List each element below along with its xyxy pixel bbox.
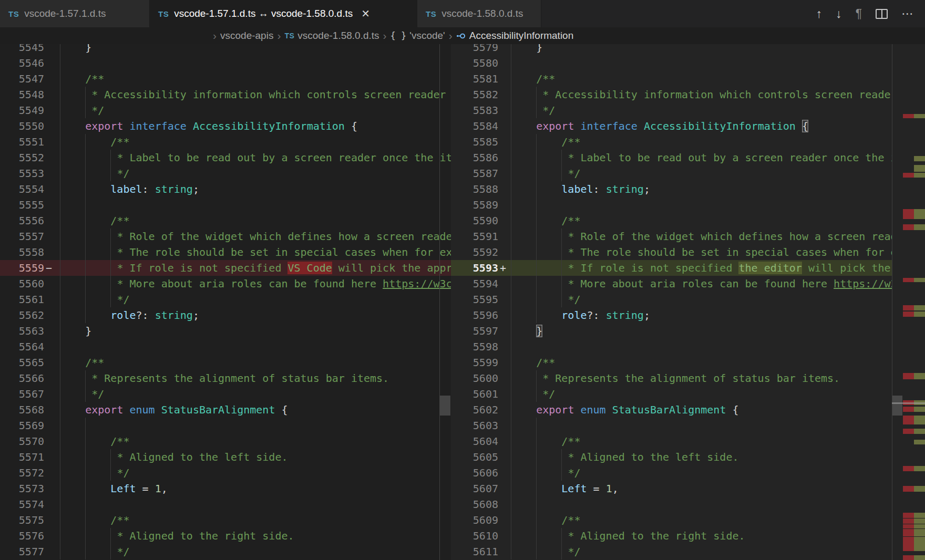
line-number[interactable]: 5552 bbox=[0, 150, 44, 165]
line-number[interactable]: 5571 bbox=[0, 449, 44, 465]
line-number[interactable]: 5589 bbox=[451, 197, 498, 213]
code-text[interactable]: */ bbox=[60, 544, 129, 559]
code-text[interactable]: * The role should be set in special case… bbox=[511, 244, 892, 260]
code-text[interactable]: * More about aria roles can be found her… bbox=[511, 276, 892, 292]
code-text[interactable]: /** bbox=[511, 213, 580, 229]
code-text[interactable]: label: string; bbox=[511, 181, 650, 197]
line-number[interactable]: 5608 bbox=[451, 496, 498, 512]
code-text[interactable]: * Represents the alignment of status bar… bbox=[60, 370, 389, 386]
code-text[interactable]: /** bbox=[511, 433, 580, 449]
code-text[interactable]: role?: string; bbox=[60, 307, 199, 323]
code-text[interactable]: * Accessibility information which contro… bbox=[60, 87, 451, 102]
code-text[interactable]: * Role of the widget which defines how a… bbox=[60, 229, 451, 244]
comment-link[interactable]: https://w3c.github.io/aria/#widget_roles bbox=[383, 277, 451, 290]
line-number[interactable]: 5600 bbox=[451, 370, 498, 386]
line-number[interactable]: 5583 bbox=[451, 102, 498, 118]
code-text[interactable]: /** bbox=[60, 213, 129, 229]
code-text[interactable]: */ bbox=[511, 465, 580, 481]
line-number[interactable]: 5597 bbox=[451, 323, 498, 339]
code-text[interactable]: label: string; bbox=[60, 181, 199, 197]
line-number[interactable]: 5576 bbox=[0, 528, 44, 544]
left-scrollbar-slider[interactable] bbox=[440, 396, 450, 416]
line-number[interactable]: 5609 bbox=[451, 512, 498, 528]
code-text[interactable]: */ bbox=[60, 292, 129, 307]
line-number[interactable]: 5555 bbox=[0, 197, 44, 213]
line-number[interactable]: 5601 bbox=[451, 386, 498, 402]
line-number[interactable]: 5605 bbox=[451, 449, 498, 465]
line-number[interactable]: 5562 bbox=[0, 307, 44, 323]
line-number[interactable]: 5595 bbox=[451, 292, 498, 307]
whitespace-toggle-button-icon[interactable]: ¶ bbox=[856, 7, 862, 21]
line-number[interactable]: 5560 bbox=[0, 276, 44, 292]
line-number[interactable]: 5592 bbox=[451, 244, 498, 260]
line-number[interactable]: 5556 bbox=[0, 213, 44, 229]
line-number[interactable]: 5546 bbox=[0, 55, 44, 71]
code-text[interactable]: Left = 1, bbox=[511, 481, 619, 496]
line-number[interactable]: 5577 bbox=[0, 544, 44, 559]
code-text[interactable]: */ bbox=[60, 165, 129, 181]
code-text[interactable]: * Aligned to the right side. bbox=[60, 528, 294, 544]
next-change-button-icon[interactable]: ↓ bbox=[836, 7, 842, 21]
comment-link[interactable]: https://w3c.github.io/aria/#widget_roles bbox=[834, 277, 892, 290]
breadcrumb-item-vscode-apis[interactable]: vscode-apis bbox=[220, 30, 273, 42]
line-number[interactable]: 5580 bbox=[451, 55, 498, 71]
line-number[interactable]: 5558 bbox=[0, 244, 44, 260]
line-number[interactable]: 5593 bbox=[451, 260, 498, 276]
code-text[interactable]: * Label to be read out by a screen reade… bbox=[511, 150, 892, 165]
breadcrumb-item-accessibilityinformation[interactable]: AccessibilityInformation bbox=[456, 30, 574, 42]
code-text[interactable]: * Represents the alignment of status bar… bbox=[511, 370, 840, 386]
line-number[interactable]: 5569 bbox=[0, 418, 44, 433]
line-number[interactable]: 5547 bbox=[0, 71, 44, 87]
close-icon[interactable]: ✕ bbox=[361, 7, 370, 20]
line-number[interactable]: 5572 bbox=[0, 465, 44, 481]
line-number[interactable]: 5574 bbox=[0, 496, 44, 512]
code-text[interactable]: * Label to be read out by a screen reade… bbox=[60, 150, 451, 165]
code-text[interactable]: role?: string; bbox=[511, 307, 650, 323]
code-text[interactable]: /** bbox=[60, 71, 104, 87]
line-number[interactable]: 5591 bbox=[451, 229, 498, 244]
breadcrumb-item-vscode-1-58-0-d-ts[interactable]: TSvscode-1.58.0.d.ts bbox=[284, 30, 379, 42]
line-number[interactable]: 5564 bbox=[0, 339, 44, 355]
line-number[interactable]: 5551 bbox=[0, 134, 44, 150]
tab-vscode-1580[interactable]: TSvscode-1.58.0.d.ts bbox=[417, 0, 541, 27]
code-text[interactable]: /** bbox=[511, 512, 580, 528]
line-number[interactable]: 5588 bbox=[451, 181, 498, 197]
line-number[interactable]: 5548 bbox=[0, 87, 44, 102]
split-editor-button-icon[interactable] bbox=[876, 9, 888, 19]
code-text[interactable]: */ bbox=[511, 386, 555, 402]
line-number[interactable]: 5568 bbox=[0, 402, 44, 418]
code-text[interactable]: export interface AccessibilityInformatio… bbox=[60, 118, 357, 134]
code-text[interactable]: } bbox=[511, 323, 542, 339]
line-number[interactable]: 5559 bbox=[0, 260, 44, 276]
code-text[interactable]: /** bbox=[60, 355, 104, 370]
line-number[interactable]: 5602 bbox=[451, 402, 498, 418]
line-number[interactable]: 5554 bbox=[0, 181, 44, 197]
line-number[interactable]: 5604 bbox=[451, 433, 498, 449]
line-number[interactable]: 5567 bbox=[0, 386, 44, 402]
code-text[interactable]: * If role is not specified VS Code will … bbox=[60, 260, 451, 276]
code-text[interactable]: /** bbox=[511, 134, 580, 150]
code-text[interactable]: * Aligned to the left side. bbox=[511, 449, 738, 465]
code-text[interactable]: */ bbox=[511, 102, 555, 118]
code-text[interactable]: /** bbox=[511, 71, 555, 87]
line-number[interactable]: 5596 bbox=[451, 307, 498, 323]
line-number[interactable]: 5587 bbox=[451, 165, 498, 181]
line-number[interactable]: 5585 bbox=[451, 134, 498, 150]
line-number[interactable]: 5563 bbox=[0, 323, 44, 339]
code-text[interactable]: */ bbox=[60, 386, 104, 402]
line-number[interactable]: 5566 bbox=[0, 370, 44, 386]
code-text[interactable]: * The role should be set in special case… bbox=[60, 244, 451, 260]
code-text[interactable]: export enum StatusBarAlignment { bbox=[511, 402, 739, 418]
line-number[interactable]: 5565 bbox=[0, 355, 44, 370]
code-text[interactable]: } bbox=[60, 323, 91, 339]
code-text[interactable]: */ bbox=[511, 165, 580, 181]
line-number[interactable]: 5553 bbox=[0, 165, 44, 181]
line-number[interactable]: 5573 bbox=[0, 481, 44, 496]
code-text[interactable]: */ bbox=[511, 292, 580, 307]
line-number[interactable]: 5610 bbox=[451, 528, 498, 544]
code-text[interactable]: * Aligned to the right side. bbox=[511, 528, 745, 544]
diff-overview-ruler[interactable] bbox=[892, 44, 925, 560]
code-text[interactable]: * If role is not specified the editor wi… bbox=[511, 260, 892, 276]
code-text[interactable]: */ bbox=[60, 465, 129, 481]
line-number[interactable]: 5606 bbox=[451, 465, 498, 481]
